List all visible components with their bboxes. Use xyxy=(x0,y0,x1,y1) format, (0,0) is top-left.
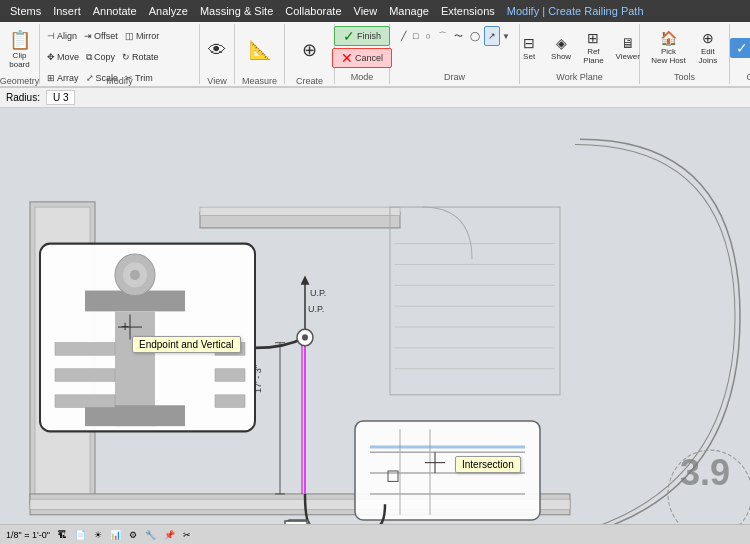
create-btn[interactable]: ⊕ xyxy=(296,26,324,74)
preview-check-icon: ✓ xyxy=(736,40,748,56)
radius-label: Radius: xyxy=(6,92,40,103)
menu-insert[interactable]: Insert xyxy=(47,3,87,19)
rotate-icon: ↻ xyxy=(122,52,130,62)
measure-label: Measure xyxy=(242,76,277,86)
svg-rect-40 xyxy=(55,369,115,382)
arc-icon: ⌒ xyxy=(438,30,447,43)
drawing-canvas: + U.P. xyxy=(0,108,750,544)
clipboard-btn[interactable]: 📋 Clipboard xyxy=(5,26,35,74)
create-label: Create xyxy=(296,76,323,86)
detail-icon[interactable]: 📊 xyxy=(110,530,121,540)
zoom-indicator: 3.9 xyxy=(680,452,730,494)
draw-label: Draw xyxy=(444,72,465,82)
view-btn[interactable]: 👁 xyxy=(203,26,231,74)
section-icon[interactable]: ✂ xyxy=(183,530,191,540)
spline-btn[interactable]: 〜 xyxy=(451,26,466,46)
scale-display: 1/8" = 1'-0" xyxy=(6,530,50,540)
menu-manage[interactable]: Manage xyxy=(383,3,435,19)
ref-plane-icon: ⊞ xyxy=(587,31,599,45)
tools-label: Tools xyxy=(674,72,695,82)
array-btn[interactable]: ⊞Array xyxy=(44,68,82,88)
geometry-label: Geometry xyxy=(0,76,39,86)
svg-rect-35 xyxy=(85,405,185,426)
align-icon: ⊣ xyxy=(47,31,55,41)
rect-btn[interactable]: □ xyxy=(410,26,421,46)
svg-rect-44 xyxy=(215,395,245,408)
set-btn[interactable]: ⊟ Set xyxy=(515,26,543,70)
main-layout: Stems Insert Annotate Analyze Massing & … xyxy=(0,0,750,544)
svg-point-47 xyxy=(130,270,140,280)
up-label: U.P. xyxy=(310,288,326,298)
geometry-group: 📋 Clipboard Geometry xyxy=(0,24,40,84)
measure-btn[interactable]: 📐 xyxy=(245,26,275,74)
modify-label: Modify xyxy=(106,76,133,86)
preview-btn[interactable]: ✓ Preview xyxy=(730,38,750,58)
pick-lines-icon: ↗ xyxy=(488,31,496,41)
model-icon[interactable]: 🏗 xyxy=(58,530,67,540)
circle-draw-btn[interactable]: ○ xyxy=(423,26,434,46)
svg-rect-39 xyxy=(55,343,115,356)
move-btn[interactable]: ✥Move xyxy=(44,47,82,67)
svg-rect-43 xyxy=(215,369,245,382)
pick-new-host-icon: 🏠 xyxy=(660,31,677,45)
intersection-tooltip: Intersection xyxy=(455,456,521,473)
dimension-label: 17' - 3" xyxy=(253,365,263,393)
menu-modify[interactable]: Modify | Create Railing Path xyxy=(501,3,650,19)
menu-bar: Stems Insert Annotate Analyze Massing & … xyxy=(0,0,750,22)
status-bar: 1/8" = 1'-0" 🏗 📄 ☀ 📊 ⚙ 🔧 📌 ✂ xyxy=(0,524,750,544)
menu-collaborate[interactable]: Collaborate xyxy=(279,3,347,19)
ribbon-bar: 📋 Clipboard Geometry ⊣Align ⇥Offset ◫Mir… xyxy=(0,22,750,88)
rotate-btn[interactable]: ↻Rotate xyxy=(119,47,162,67)
line-icon: ╱ xyxy=(401,31,406,41)
arc-btn[interactable]: ⌒ xyxy=(435,26,450,46)
align-btn[interactable]: ⊣Align xyxy=(44,26,80,46)
menu-massing[interactable]: Massing & Site xyxy=(194,3,279,19)
menu-stems[interactable]: Stems xyxy=(4,3,47,19)
line-btn[interactable]: ╱ xyxy=(398,26,409,46)
workplane-group: ⊟ Set ◈ Show ⊞ Ref Plane 🖥 Viewer Work P… xyxy=(520,24,640,84)
circle-draw-icon: ○ xyxy=(426,31,431,41)
show-btn[interactable]: ◈ Show xyxy=(547,26,575,70)
offset-btn[interactable]: ⇥Offset xyxy=(81,26,121,46)
menu-extensions[interactable]: Extensions xyxy=(435,3,501,19)
tools-group: 🏠 Pick New Host ⊕ Edit Joins Tools xyxy=(640,24,730,84)
ellipse-btn[interactable]: ◯ xyxy=(467,26,483,46)
mirror-btn[interactable]: ◫Mirror xyxy=(122,26,163,46)
pick-new-host-btn[interactable]: 🏠 Pick New Host xyxy=(647,26,690,70)
menu-analyze[interactable]: Analyze xyxy=(143,3,194,19)
ellipse-icon: ◯ xyxy=(470,31,480,41)
cancel-icon: ✕ xyxy=(341,50,353,66)
options-group: ✓ Preview Options xyxy=(730,24,750,84)
mode-label: Mode xyxy=(351,72,374,82)
draw-group: ╱ □ ○ ⌒ 〜 ◯ ↗ ▼ xyxy=(390,24,520,84)
svg-point-52 xyxy=(302,334,308,340)
svg-rect-41 xyxy=(55,395,115,408)
spline-icon: 〜 xyxy=(454,30,463,43)
workset-icon[interactable]: ⚙ xyxy=(129,530,137,540)
array-icon: ⊞ xyxy=(47,73,55,83)
offset-icon: ⇥ xyxy=(84,31,92,41)
menu-annotate[interactable]: Annotate xyxy=(87,3,143,19)
svg-text:+: + xyxy=(121,318,129,334)
design-options-icon[interactable]: 🔧 xyxy=(145,530,156,540)
edit-joins-btn[interactable]: ⊕ Edit Joins xyxy=(694,26,722,70)
ref-plane-btn[interactable]: ⊞ Ref Plane xyxy=(579,26,607,70)
svg-text:U.P.: U.P. xyxy=(308,304,324,314)
radius-value[interactable]: U 3 xyxy=(46,90,76,105)
create-group: ⊕ Create xyxy=(285,24,335,84)
mode-group: ✓ Finish ✕ Cancel Mode xyxy=(335,24,390,84)
draw-dropdown[interactable]: ▼ xyxy=(501,31,511,42)
menu-view[interactable]: View xyxy=(348,3,384,19)
copy-btn[interactable]: ⧉Copy xyxy=(83,47,118,67)
cancel-btn[interactable]: ✕ Cancel xyxy=(332,48,392,68)
measure-icon: 📐 xyxy=(249,41,271,59)
move-icon: ✥ xyxy=(47,52,55,62)
pick-lines-btn[interactable]: ↗ xyxy=(484,26,500,46)
modify-group: ⊣Align ⇥Offset ◫Mirror ✥Move ⧉Copy ↻Rota… xyxy=(40,24,200,84)
finish-btn[interactable]: ✓ Finish xyxy=(334,26,390,46)
pin-icon[interactable]: 📌 xyxy=(164,530,175,540)
svg-rect-6 xyxy=(200,207,400,215)
view-icon[interactable]: 📄 xyxy=(75,530,86,540)
sun-icon[interactable]: ☀ xyxy=(94,530,102,540)
clipboard-icon: 📋 xyxy=(9,31,31,49)
